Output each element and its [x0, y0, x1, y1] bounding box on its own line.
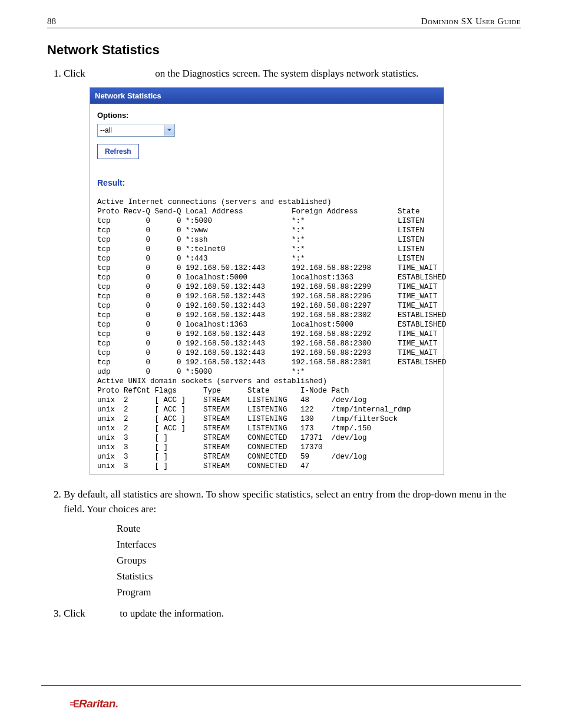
- choice-item: Interfaces: [117, 536, 521, 552]
- result-label: Result:: [97, 177, 437, 189]
- step-1: Click on the Diagnostics screen. The sys…: [64, 66, 521, 475]
- options-dropdown-value: --all: [98, 125, 164, 136]
- choice-item: Program: [117, 584, 521, 600]
- footer-rule: [41, 685, 521, 686]
- options-label: Options:: [97, 110, 437, 121]
- options-choice-list: RouteInterfacesGroupsStatisticsProgram: [117, 521, 521, 601]
- brand-glyph-icon: ≡E: [70, 699, 78, 709]
- step-1-click: Click: [64, 68, 85, 79]
- section-title: Network Statistics: [47, 42, 521, 58]
- step-3-text: to update the information.: [120, 608, 224, 619]
- step-2-text-a: By default, all statistics are shown. To…: [64, 489, 507, 500]
- step-3-click: Click: [64, 608, 85, 619]
- brand-logo: ≡ERaritan.: [70, 697, 118, 710]
- choice-item: Route: [117, 521, 521, 536]
- choice-item: Groups: [117, 552, 521, 568]
- choice-item: Statistics: [117, 568, 521, 584]
- step-1-text: on the Diagnostics screen. The system di…: [155, 68, 418, 79]
- options-dropdown[interactable]: --all: [97, 124, 175, 137]
- page-header: 88 Dominion SX User Guide: [47, 17, 521, 28]
- panel-title: Network Statistics: [90, 88, 444, 104]
- network-statistics-panel: Network Statistics Options: --all Refres…: [90, 87, 444, 475]
- netstat-output: Active Internet connections (servers and…: [97, 197, 437, 471]
- brand-name: Raritan.: [79, 697, 118, 710]
- chevron-down-icon: [164, 125, 174, 136]
- step-2: By default, all statistics are shown. To…: [64, 487, 521, 601]
- refresh-button[interactable]: Refresh: [97, 144, 139, 159]
- step-2-text-b: field. Your choices are:: [64, 503, 156, 515]
- page-number: 88: [47, 17, 56, 27]
- guide-title: Dominion SX User Guide: [421, 17, 521, 27]
- step-3: Click to update the information.: [64, 606, 521, 621]
